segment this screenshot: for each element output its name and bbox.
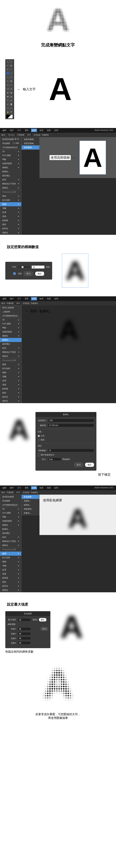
f3-sty2[interactable]: 風格化: [0, 588, 21, 592]
fx2-warp[interactable]: 彎曲: [0, 326, 22, 330]
px-colorhalftone[interactable]: 彩色網屏...: [22, 495, 39, 499]
paintbrush-tool-icon[interactable]: ✎: [9, 75, 13, 79]
fx2-style[interactable]: 風格化: [0, 354, 22, 358]
fx-blur[interactable]: 模糊: [0, 202, 21, 206]
curvature-tool-icon[interactable]: ~: [9, 68, 13, 71]
fx2-crops[interactable]: 裁切標記: [0, 342, 22, 346]
f3-vid[interactable]: 影片效果: [0, 556, 21, 560]
slice-tool-icon[interactable]: ✂: [9, 106, 13, 110]
selection-tool-icon[interactable]: ▸: [6, 60, 9, 63]
fx2-art[interactable]: 藝術風: [0, 387, 22, 391]
m3-effect[interactable]: 效果: [31, 486, 37, 490]
fx-distort[interactable]: 扭曲與變形: [0, 161, 21, 165]
fx-stylize[interactable]: 風格化: [0, 186, 21, 190]
f3-art[interactable]: 藝術風: [0, 576, 21, 580]
direct-selection-tool-icon[interactable]: ▹: [9, 60, 13, 63]
menu-object[interactable]: 物件: [9, 129, 15, 132]
menu-select[interactable]: 選取: [24, 129, 30, 132]
fx-video[interactable]: 影片效果: [0, 198, 21, 202]
ch2-input[interactable]: [18, 632, 31, 635]
fx2-rasterize[interactable]: 點陣化...: [0, 338, 22, 342]
blur-gaussian[interactable]: 高斯模糊...: [22, 146, 39, 150]
fx-sketch[interactable]: 素描: [0, 214, 21, 218]
aa-dropdown[interactable]: 無: [48, 448, 94, 452]
perspective-tool-icon[interactable]: ▦: [9, 91, 13, 94]
opacity-value[interactable]: 100%: [25, 133, 32, 136]
f3-style[interactable]: 風格化: [0, 543, 21, 547]
width-tool-icon[interactable]: ⟷: [6, 87, 9, 91]
lasso-tool-icon[interactable]: ◐: [9, 64, 13, 67]
free-transform-tool-icon[interactable]: ◈: [9, 87, 13, 91]
fx2-doc[interactable]: 文件描繪效果設定...: [0, 314, 22, 318]
ok-button[interactable]: 確定: [35, 272, 44, 276]
fx2-distort[interactable]: 扭曲與變形: [0, 330, 22, 334]
shapebuilder-tool-icon[interactable]: ◉: [6, 91, 9, 94]
type-tool-icon[interactable]: T: [6, 71, 9, 75]
eyedropper-tool-icon[interactable]: ✎: [6, 99, 9, 102]
opt-docsetup[interactable]: 文件設定: [33, 134, 40, 136]
m3-view[interactable]: 檢視: [38, 486, 45, 490]
menu-view2[interactable]: 檢視: [38, 297, 45, 300]
graph-tool-icon[interactable]: ▊: [9, 102, 13, 106]
mask-checkbox[interactable]: [38, 454, 40, 456]
fx2-brush[interactable]: 筆觸: [0, 375, 22, 379]
menu-type[interactable]: 文字: [16, 129, 22, 132]
fx-apply-last[interactable]: 套用彩色網屏⌘⇧E: [0, 137, 21, 142]
mesh-tool-icon[interactable]: ▦: [6, 95, 9, 98]
font-dropdown[interactable]: Helvetica: [6, 133, 16, 136]
fx-svg[interactable]: SVG 濾鏡: [0, 153, 21, 157]
f3-rast[interactable]: 點陣化...: [0, 527, 21, 531]
f3-path[interactable]: 路徑: [0, 535, 21, 539]
raster-ok-button[interactable]: 確定: [85, 463, 94, 467]
opac3v[interactable]: 100%: [14, 491, 22, 494]
fx2-3d[interactable]: 3D: [0, 318, 22, 322]
fx2-sharp[interactable]: 銳利化: [0, 395, 22, 399]
m3-select[interactable]: 選取: [24, 486, 30, 490]
blend-tool-icon[interactable]: ◎: [9, 99, 13, 102]
preview-checkbox[interactable]: [13, 272, 16, 275]
fx-brush[interactable]: 筆觸: [0, 206, 21, 210]
menu-window[interactable]: 視窗: [46, 129, 52, 132]
colormode-dropdown[interactable]: 灰階: [48, 418, 94, 422]
max-input[interactable]: [18, 618, 31, 621]
menu-view[interactable]: 檢視: [38, 129, 45, 132]
fx2-apply[interactable]: 套用上個效果: [0, 306, 22, 310]
prefs2[interactable]: 手繪選項: [31, 302, 38, 305]
ht-cancel-button[interactable]: 取消: [40, 627, 48, 631]
fx-pixelate[interactable]: 像素: [0, 194, 21, 198]
f3-sketch[interactable]: 素描: [0, 572, 21, 576]
f3-sharp[interactable]: 銳利化: [0, 584, 21, 588]
menu-effect2[interactable]: 效果: [31, 297, 37, 300]
menu-object2[interactable]: 物件: [9, 297, 15, 300]
fx-crops[interactable]: 裁切標記: [0, 174, 21, 178]
f3-svg[interactable]: SVG 濾鏡: [0, 511, 21, 515]
menu-help2[interactable]: 說明: [53, 297, 59, 300]
f3-sty[interactable]: 模糊化: [0, 523, 21, 527]
fx2-svg[interactable]: SVG 濾鏡: [0, 322, 22, 326]
opac3[interactable]: 不透明度: [6, 491, 13, 494]
fx2-convert[interactable]: 轉換為以下形狀: [0, 350, 22, 354]
menu-select2[interactable]: 選取: [24, 297, 30, 300]
ht-ok-button[interactable]: 確定: [39, 618, 47, 622]
ch3-input[interactable]: [18, 637, 31, 640]
fx-stylize-ai[interactable]: 模糊化: [0, 165, 21, 169]
fx-docraster[interactable]: 文件描繪效果設定: [0, 146, 21, 150]
m3-type[interactable]: 文字: [16, 486, 22, 490]
f3-dist[interactable]: 扭曲與變形: [0, 519, 21, 523]
f3-blur[interactable]: 模糊: [0, 560, 21, 564]
px-mezzotint[interactable]: 銅版雕刻...: [22, 507, 39, 511]
f3-brush[interactable]: 筆觸: [0, 564, 21, 568]
fx2-blur[interactable]: 模糊: [0, 371, 22, 375]
fx2-px[interactable]: 像素: [0, 363, 22, 367]
opt-opacity2[interactable]: 不透明度: [6, 302, 13, 305]
f3-conv[interactable]: 轉換為以下形狀: [0, 539, 21, 543]
magic-wand-tool-icon[interactable]: ✦: [6, 64, 9, 67]
menu-help[interactable]: 說明: [53, 129, 59, 132]
fx2-stylize[interactable]: 模糊化: [0, 334, 22, 338]
fx2-vid[interactable]: 影片效果: [0, 367, 22, 371]
f3-doc[interactable]: 文件描繪效果設定: [0, 503, 21, 507]
px-crystallize[interactable]: 晶體化...: [22, 499, 39, 503]
opacity2[interactable]: 100%: [14, 302, 22, 305]
fx2-last[interactable]: 上個效果: [0, 310, 22, 314]
symbol-tool-icon[interactable]: ✲: [6, 102, 9, 106]
